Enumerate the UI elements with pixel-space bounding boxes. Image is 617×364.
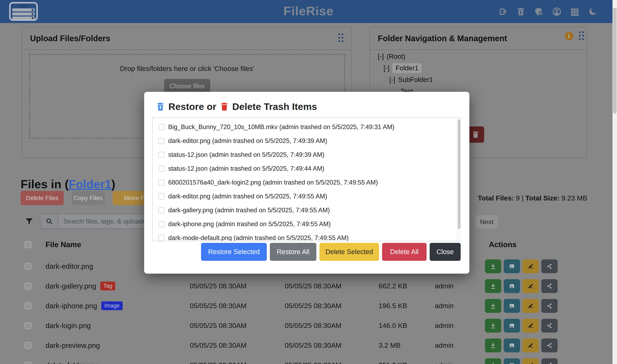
edit-button[interactable] xyxy=(523,299,539,313)
trash-item-row: dark-gallery.png (admin trashed on 5/5/2… xyxy=(153,203,461,217)
uploaded-date-cell: 05/05/25 08:30AM xyxy=(285,355,341,364)
file-name-column-header[interactable]: File Name xyxy=(45,240,81,249)
user-profile-icon[interactable] xyxy=(552,7,562,16)
edit-button[interactable] xyxy=(523,319,539,333)
trash-item-row: status-12.json (admin trashed on 5/5/202… xyxy=(153,162,461,176)
file-action-button[interactable]: Copy Files xyxy=(72,191,105,205)
folder-tree-item[interactable]: [-] SubFolder1 xyxy=(378,74,584,85)
trash-items-list: Big_Buck_Bunny_720_10s_10MB.mkv (admin t… xyxy=(152,117,461,241)
edit-button[interactable] xyxy=(523,338,539,352)
row-checkbox[interactable] xyxy=(25,362,31,364)
download-button[interactable] xyxy=(485,358,501,364)
trash-item-checkbox[interactable] xyxy=(158,138,164,144)
trash-item-checkbox[interactable] xyxy=(158,221,164,227)
trash-item-row: dark-mode-default.png (admin trashed on … xyxy=(153,231,461,241)
file-size-cell: 351.0 KB xyxy=(379,355,407,364)
uploader-cell: admin xyxy=(435,276,454,296)
trash-restore-icon[interactable] xyxy=(516,7,526,16)
download-button[interactable] xyxy=(485,319,501,333)
download-button[interactable] xyxy=(485,299,501,313)
modal-footer-button[interactable]: Restore All xyxy=(270,243,316,261)
image-preview-button[interactable] xyxy=(504,279,520,293)
tree-collapse-toggle[interactable]: [-] xyxy=(389,76,395,84)
table-row: dark-preview.png 05/05/25 08:30AM 05/05/… xyxy=(21,336,590,355)
admin-shield-icon[interactable] xyxy=(534,7,544,16)
row-checkbox[interactable] xyxy=(25,342,31,349)
folder-tree-item[interactable]: [-] Folder1 xyxy=(378,62,584,74)
current-folder-link[interactable]: Folder1 xyxy=(68,177,111,191)
trash-item-row: dark-iphone.png (admin trashed on 5/5/20… xyxy=(153,217,461,231)
modal-footer-button[interactable]: Delete Selected xyxy=(319,243,379,261)
file-name-cell: delete-folder.png xyxy=(45,355,99,364)
share-button[interactable] xyxy=(541,319,558,333)
trash-list-scrollbar[interactable] xyxy=(457,118,461,241)
file-action-button[interactable]: Delete Files xyxy=(21,191,64,205)
share-button[interactable] xyxy=(541,299,558,313)
uploaded-date-cell: 05/05/25 08:30AM xyxy=(285,296,341,316)
download-button[interactable] xyxy=(485,260,501,273)
image-preview-button[interactable] xyxy=(504,260,520,273)
trash-item-checkbox[interactable] xyxy=(158,166,164,172)
file-name-cell: dark-login.png xyxy=(45,316,91,336)
filter-funnel-icon[interactable] xyxy=(25,217,34,226)
image-preview-button[interactable] xyxy=(504,338,520,352)
page-scrollbar[interactable] xyxy=(613,0,617,364)
info-icon[interactable]: i xyxy=(565,32,573,40)
trash-item-checkbox[interactable] xyxy=(158,152,164,158)
next-page-button[interactable]: Next xyxy=(475,215,498,229)
choose-files-button[interactable]: Choose files xyxy=(164,79,210,94)
file-name-cell: dark-editor.png xyxy=(45,256,93,276)
delete-folder-button[interactable] xyxy=(467,126,484,143)
download-button[interactable] xyxy=(485,338,501,352)
file-badge: Image xyxy=(101,301,123,310)
dark-mode-moon-icon[interactable] xyxy=(588,7,598,16)
tree-folder-label[interactable]: SubFolder1 xyxy=(398,76,433,84)
drag-handle-icon[interactable] xyxy=(338,33,343,43)
share-button[interactable] xyxy=(541,358,558,364)
share-button[interactable] xyxy=(541,260,558,273)
edit-button[interactable] xyxy=(523,260,539,273)
trash-item-checkbox[interactable] xyxy=(158,193,164,199)
scrollbar-thumb[interactable] xyxy=(458,119,460,229)
trash-item-checkbox[interactable] xyxy=(158,180,164,186)
trash-item-label: dark-gallery.png (admin trashed on 5/5/2… xyxy=(168,207,330,214)
tree-folder-label[interactable]: (Root) xyxy=(387,52,405,60)
drag-handle-icon[interactable] xyxy=(579,31,584,41)
image-preview-button[interactable] xyxy=(504,299,520,313)
download-button[interactable] xyxy=(485,279,501,293)
trash-modal-footer: Restore Selected Restore All Delete Sele… xyxy=(201,243,461,261)
trash-item-label: dark-iphone.png (admin trashed on 5/5/20… xyxy=(168,221,331,228)
folder-tree: [-] (Root) [-] Folder1 [-] SubFolder1 Te… xyxy=(378,51,584,97)
edit-button[interactable] xyxy=(523,358,539,364)
modal-footer-button[interactable]: Close xyxy=(430,243,461,261)
page-scrollbar-thumb[interactable] xyxy=(613,8,617,114)
uploader-cell: admin xyxy=(435,296,454,316)
share-button[interactable] xyxy=(541,338,558,352)
logout-icon[interactable] xyxy=(498,7,508,16)
apps-grid-icon[interactable] xyxy=(570,7,580,16)
row-actions xyxy=(485,276,558,296)
tree-folder-label[interactable]: Folder1 xyxy=(392,63,422,73)
modified-date-cell: 05/05/25 08:30AM xyxy=(190,276,247,296)
row-checkbox[interactable] xyxy=(25,263,31,270)
modal-footer-button[interactable]: Delete All xyxy=(382,243,427,261)
row-checkbox[interactable] xyxy=(25,322,31,329)
image-preview-button[interactable] xyxy=(504,358,520,364)
uploader-cell: admin xyxy=(435,355,454,364)
trash-item-checkbox[interactable] xyxy=(158,207,164,213)
share-button[interactable] xyxy=(541,279,558,293)
tree-collapse-toggle[interactable]: [-] xyxy=(384,64,389,72)
row-checkbox[interactable] xyxy=(25,302,31,309)
modal-footer-button[interactable]: Restore Selected xyxy=(201,243,267,261)
delete-trash-icon xyxy=(220,102,229,111)
file-badge: Tag xyxy=(100,282,115,290)
edit-button[interactable] xyxy=(523,279,539,293)
row-checkbox[interactable] xyxy=(25,283,31,290)
trash-item-checkbox[interactable] xyxy=(158,235,164,241)
tree-collapse-toggle[interactable]: [-] xyxy=(378,52,384,60)
trash-item-checkbox[interactable] xyxy=(158,124,164,130)
select-all-checkbox[interactable] xyxy=(25,241,31,248)
image-preview-button[interactable] xyxy=(504,319,520,333)
folder-tree-item[interactable]: [-] (Root) xyxy=(378,51,584,62)
uploaded-date-cell: 05/05/25 08:30AM xyxy=(285,276,341,296)
